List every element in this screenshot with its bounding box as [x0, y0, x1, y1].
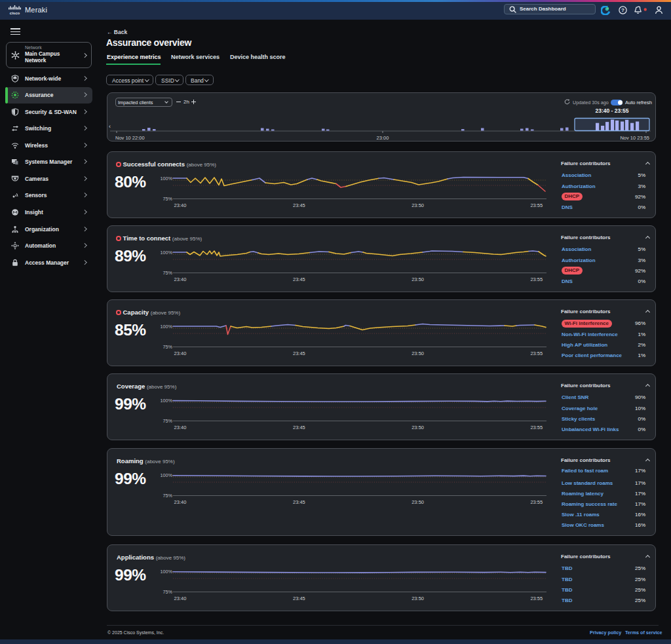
svg-text:?: ?: [621, 7, 624, 13]
svg-text:cisco: cisco: [10, 11, 20, 15]
